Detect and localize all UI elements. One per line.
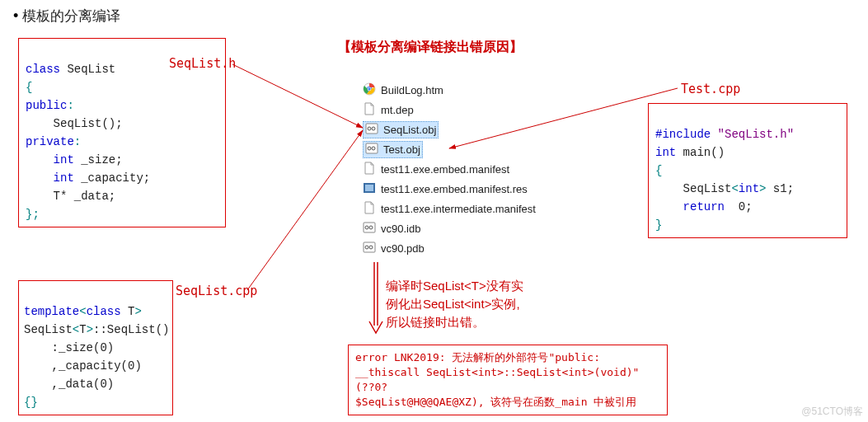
- file-item[interactable]: vc90.pdb: [363, 238, 536, 258]
- svg-line-19: [247, 130, 363, 290]
- colon: :: [67, 99, 73, 112]
- angle: >: [87, 323, 93, 336]
- error-line: error LNK2019: 无法解析的外部符号"public:: [355, 350, 660, 365]
- kw: #include: [655, 128, 711, 141]
- kw: class: [87, 305, 121, 318]
- code-line: ,_capacity(0): [24, 359, 142, 373]
- obj-icon: [363, 241, 376, 256]
- obj-icon: [365, 122, 378, 138]
- file-list: BuildLog.htmmt.depSeqList.objTest.objtes…: [363, 80, 536, 258]
- error-line: $SeqList@H@@QAE@XZ), 该符号在函数_main 中被引用: [355, 395, 660, 410]
- file-item[interactable]: mt.dep: [363, 100, 536, 120]
- kw: int: [655, 146, 676, 159]
- file-item[interactable]: test11.exe.intermediate.manifest: [363, 199, 536, 218]
- code-line: ::SeqList(): [93, 323, 169, 336]
- code-line: s1;: [766, 182, 794, 195]
- brace: {: [655, 164, 662, 177]
- ident: SeqList: [60, 63, 115, 76]
- kw: private: [26, 135, 74, 148]
- code-line: main(): [676, 146, 725, 159]
- file-name-text: SeqList.obj: [383, 124, 436, 136]
- brace: }: [655, 218, 662, 232]
- kw: int: [26, 153, 74, 166]
- generic-icon: [363, 201, 376, 217]
- brace: };: [26, 208, 40, 221]
- file-name-text: Test.obj: [383, 143, 420, 156]
- error-line: __thiscall SeqList<int>::SeqList<int>(vo…: [355, 365, 660, 395]
- label-seqlist-h: SeqList.h: [169, 56, 236, 71]
- file-item[interactable]: test11.exe.embed.manifest.res: [363, 179, 536, 199]
- file-name-text: test11.exe.embed.manifest.res: [381, 183, 528, 195]
- heading-row: • 模板的分离编译: [13, 7, 120, 26]
- code-line: _size;: [74, 153, 123, 166]
- obj-icon: [363, 221, 376, 237]
- kw: public: [26, 99, 67, 112]
- file-item[interactable]: BuildLog.htm: [363, 80, 536, 100]
- ident: T: [121, 305, 135, 318]
- ident: T: [79, 323, 86, 336]
- file-name-text: test11.exe.embed.manifest: [381, 163, 509, 176]
- note-line: 例化出SeqList<int>实例,: [386, 295, 523, 313]
- svg-rect-11: [365, 185, 373, 191]
- page-heading: 模板的分离编译: [22, 8, 120, 24]
- code-box-seqlist-cpp: template<class T> SeqList<T>::SeqList() …: [18, 280, 173, 415]
- svg-point-3: [368, 87, 370, 90]
- file-item[interactable]: test11.exe.embed.manifest: [363, 159, 536, 179]
- diagram-title: 【模板分离编译链接出错原因】: [338, 39, 523, 56]
- note-line: 所以链接时出错。: [386, 313, 523, 331]
- code-box-test-cpp: #include "SeqList.h" int main() { SeqLis…: [648, 103, 847, 238]
- label-test-cpp: Test.cpp: [681, 82, 740, 96]
- error-box: error LNK2019: 无法解析的外部符号"public: __thisc…: [348, 345, 668, 415]
- code-line: _capacity;: [74, 171, 150, 185]
- kw: template: [24, 305, 79, 318]
- res-icon: [363, 181, 376, 197]
- kw: class: [26, 63, 60, 76]
- file-item[interactable]: SeqList.obj: [363, 120, 536, 139]
- brace: {}: [24, 396, 38, 409]
- obj-icon: [365, 142, 378, 157]
- angle: <: [79, 305, 86, 318]
- generic-icon: [363, 162, 376, 177]
- file-name-text: vc90.pdb: [381, 242, 425, 255]
- brace: {: [26, 81, 32, 94]
- file-name-text: BuildLog.htm: [381, 84, 443, 96]
- kw: int: [26, 171, 74, 185]
- chrome-icon: [363, 82, 376, 98]
- note-line: 编译时SeqList<T>没有实: [386, 277, 523, 295]
- file-item[interactable]: Test.obj: [363, 139, 536, 159]
- string: "SeqList.h": [711, 128, 794, 141]
- file-name-text: mt.dep: [381, 104, 414, 116]
- colon: :: [74, 135, 81, 148]
- kw: return: [655, 200, 725, 213]
- code-line: 0;: [725, 200, 753, 213]
- code-line: SeqList();: [26, 117, 123, 130]
- code-line: ,_data(0): [24, 377, 114, 391]
- label-seqlist-cpp: SeqList.cpp: [176, 284, 257, 298]
- generic-icon: [363, 102, 376, 118]
- svg-line-18: [232, 64, 363, 128]
- ident: SeqList: [24, 323, 73, 336]
- code-line: T* _data;: [26, 190, 115, 203]
- code-line: :_size(0): [24, 341, 114, 354]
- ident: SeqList: [655, 182, 731, 195]
- angle: <: [731, 182, 738, 195]
- bullet-icon: •: [13, 7, 18, 24]
- kw: int: [739, 182, 759, 195]
- file-name-text: test11.exe.intermediate.manifest: [381, 203, 536, 215]
- angle: <: [73, 323, 79, 336]
- angle: >: [134, 305, 141, 318]
- file-name-text: vc90.idb: [381, 223, 420, 235]
- file-item[interactable]: vc90.idb: [363, 218, 536, 238]
- compile-note: 编译时SeqList<T>没有实 例化出SeqList<int>实例, 所以链接…: [386, 277, 523, 331]
- watermark: @51CTO博客: [801, 405, 863, 419]
